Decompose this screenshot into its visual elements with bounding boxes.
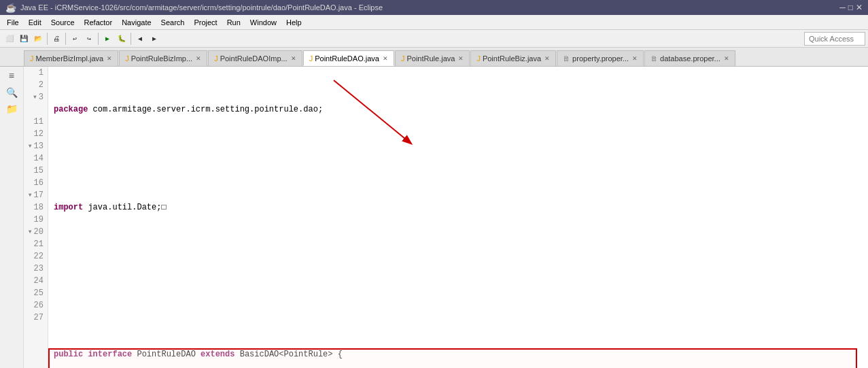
menu-navigate[interactable]: Navigate xyxy=(118,17,155,28)
debug-button[interactable]: 🐛 xyxy=(115,32,128,46)
tab-close-pointrulebiz2[interactable]: ✕ xyxy=(544,55,550,62)
code-line-1: package com.armitage.server.icrm.setting… xyxy=(54,103,863,116)
menu-refactor[interactable]: Refactor xyxy=(80,17,117,28)
save-all-button[interactable]: 📂 xyxy=(31,32,45,46)
tab-database[interactable]: 🗎 database.proper... ✕ xyxy=(644,50,735,66)
menu-bar: File Edit Source Refactor Navigate Searc… xyxy=(0,15,868,30)
code-line-3: import java.util.Date;□ xyxy=(54,201,863,214)
menu-project[interactable]: Project xyxy=(190,17,221,28)
tab-close-pointruledaoimp[interactable]: ✕ xyxy=(291,55,296,62)
tab-label-pointrulebizimp: PointRuleBizImp... xyxy=(131,54,192,63)
run-button[interactable]: ▶ xyxy=(101,32,114,46)
code-content[interactable]: package com.armitage.server.icrm.setting… xyxy=(48,67,868,368)
ln-22: 22 xyxy=(28,250,44,263)
tab-pointrule[interactable]: J PointRule.java ✕ xyxy=(395,50,470,66)
tab-close-property[interactable]: ✕ xyxy=(632,55,638,62)
ln-25: 25 xyxy=(28,287,44,299)
tab-icon-pointruledaoimp: J xyxy=(214,54,218,63)
tab-close-pointruledao[interactable]: ✕ xyxy=(383,55,388,62)
quick-access-input[interactable] xyxy=(804,32,865,46)
menu-window[interactable]: Window xyxy=(246,17,281,28)
ln-27: 27 xyxy=(28,312,44,324)
forward-button[interactable]: ▶ xyxy=(147,32,161,46)
minimize-button[interactable]: ─ xyxy=(839,3,846,12)
code-line-2 xyxy=(54,152,863,165)
tab-icon-memberbiz: J xyxy=(30,54,34,63)
ln-12: 12 xyxy=(28,128,44,140)
close-button[interactable]: ✕ xyxy=(856,3,863,12)
menu-file[interactable]: File xyxy=(3,17,23,28)
window-title: Java EE - iCRMService-1026/src/com/armit… xyxy=(20,3,835,12)
menu-source[interactable]: Source xyxy=(47,17,79,28)
tab-close-pointrulebizimp[interactable]: ✕ xyxy=(196,55,201,62)
sidebar-icon-3[interactable]: 📁 xyxy=(5,102,18,116)
tab-icon-pointrulebizimp: J xyxy=(125,54,129,63)
ln-14: 14 xyxy=(28,152,44,165)
tab-label-pointrulebiz2: PointRuleBiz.java xyxy=(483,54,541,63)
ln-11: 11 xyxy=(28,116,44,128)
ln-21: 21 xyxy=(28,238,44,250)
ln-13: ▼13 xyxy=(28,140,44,152)
redo-button[interactable]: ↪ xyxy=(82,32,96,46)
sidebar-icon-2[interactable]: 🔍 xyxy=(5,86,18,99)
back-button[interactable]: ◀ xyxy=(133,32,147,46)
tab-icon-pointrulebiz2: J xyxy=(476,54,481,63)
tab-label-pointrule: PointRule.java xyxy=(406,54,455,63)
tabs-row: J MemberBizImpl.java ✕ J PointRuleBizImp… xyxy=(0,48,868,67)
toolbar-separator-1 xyxy=(47,33,48,45)
menu-search[interactable]: Search xyxy=(157,17,189,28)
tab-label-pointruledao: PointRuleDAO.java xyxy=(315,54,379,63)
ln-20: ▼20 xyxy=(28,226,44,238)
ln-19: 19 xyxy=(28,214,44,226)
tab-close-database[interactable]: ✕ xyxy=(724,55,729,62)
code-line-blank1 xyxy=(54,250,863,263)
new-button[interactable]: ⬜ xyxy=(3,32,16,46)
tab-icon-property: 🗎 xyxy=(563,54,570,63)
ln-15: 15 xyxy=(28,165,44,177)
sidebar-icon-1[interactable]: ≡ xyxy=(5,69,18,83)
tab-label-database: database.proper... xyxy=(660,54,721,63)
ln-24: 24 xyxy=(28,275,44,287)
save-button[interactable]: 💾 xyxy=(17,32,31,46)
code-area: 1 2 ▼3 11 12 ▼13 14 15 16 ▼17 18 19 ▼20 … xyxy=(24,67,868,368)
tab-label-pointruledaoimp: PointRuleDAOImp... xyxy=(220,54,288,63)
ln-3: ▼3 xyxy=(28,91,44,103)
main-area: ≡ 🔍 📁 1 2 ▼3 11 12 ▼13 14 15 16 ▼17 18 1… xyxy=(0,67,868,368)
window-controls: ─ □ ✕ xyxy=(839,3,863,12)
code-editor[interactable]: 1 2 ▼3 11 12 ▼13 14 15 16 ▼17 18 19 ▼20 … xyxy=(24,67,868,368)
tab-icon-pointruledao: J xyxy=(309,54,313,63)
code-line-11 xyxy=(54,299,863,312)
toolbar-separator-2 xyxy=(65,33,66,45)
toolbar-separator-3 xyxy=(98,33,99,45)
ln-2: 2 xyxy=(28,79,44,91)
undo-button[interactable]: ↩ xyxy=(68,32,82,46)
line-numbers: 1 2 ▼3 11 12 ▼13 14 15 16 ▼17 18 19 ▼20 … xyxy=(24,67,48,368)
title-bar: ☕ Java EE - iCRMService-1026/src/com/arm… xyxy=(0,0,868,15)
ln-17: ▼17 xyxy=(28,189,44,201)
tab-memberbizimpl[interactable]: J MemberBizImpl.java ✕ xyxy=(24,50,118,66)
tab-close-memberbiz[interactable]: ✕ xyxy=(107,55,112,62)
tab-label-memberbiz: MemberBizImpl.java xyxy=(36,54,104,63)
ln-1: 1 xyxy=(28,67,44,79)
menu-run[interactable]: Run xyxy=(223,17,245,28)
toolbar: ⬜ 💾 📂 🖨 ↩ ↪ ▶ 🐛 ◀ ▶ xyxy=(0,30,868,48)
print-button[interactable]: 🖨 xyxy=(50,32,63,46)
tab-icon-pointrule: J xyxy=(401,54,405,63)
menu-help[interactable]: Help xyxy=(282,17,306,28)
sidebar: ≡ 🔍 📁 xyxy=(0,67,24,368)
tab-pointrulebiz2[interactable]: J PointRuleBiz.java ✕ xyxy=(470,50,556,66)
tab-icon-database: 🗎 xyxy=(650,54,658,63)
ln-blank1 xyxy=(28,103,44,116)
tab-label-property: property.proper... xyxy=(572,54,629,63)
code-line-12: public interface PointRuleDAO extends Ba… xyxy=(54,348,863,361)
tab-pointrulebizimp[interactable]: J PointRuleBizImp... ✕ xyxy=(119,50,207,66)
tab-close-pointrule[interactable]: ✕ xyxy=(458,55,464,62)
maximize-button[interactable]: □ xyxy=(848,3,853,12)
ln-18: 18 xyxy=(28,201,44,214)
toolbar-separator-4 xyxy=(131,33,131,45)
tab-property[interactable]: 🗎 property.proper... ✕ xyxy=(557,50,644,66)
tab-pointruledaoimp[interactable]: J PointRuleDAOImp... ✕ xyxy=(208,50,302,66)
tab-pointruledao[interactable]: J PointRuleDAO.java ✕ xyxy=(303,50,394,66)
ln-26: 26 xyxy=(28,299,44,312)
menu-edit[interactable]: Edit xyxy=(24,17,46,28)
